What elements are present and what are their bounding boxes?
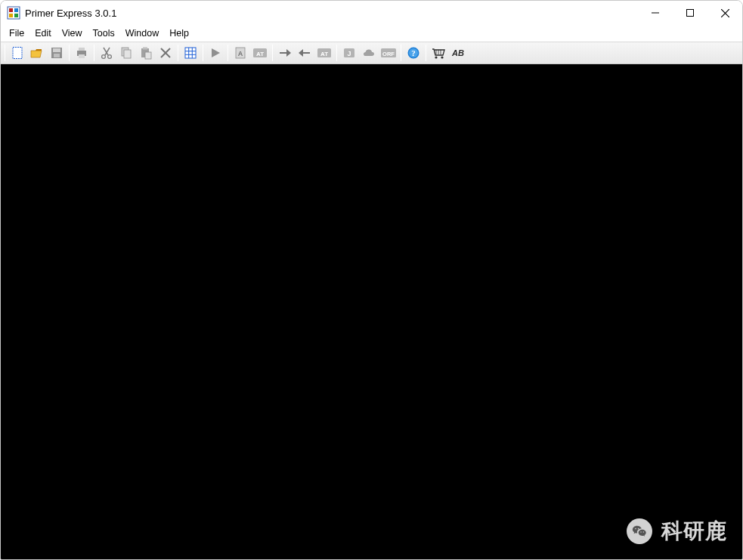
svg-marker-40 [299,49,303,57]
menu-tools[interactable]: Tools [88,26,120,40]
new-button[interactable] [8,43,27,63]
wechat-icon [627,518,652,544]
back-button[interactable] [295,43,314,63]
maximize-button[interactable] [673,1,707,25]
svg-rect-23 [143,48,147,50]
forward-button[interactable] [275,43,295,63]
run-button[interactable] [206,43,225,63]
badge-j-button[interactable]: J [339,43,359,63]
menu-view[interactable]: View [57,26,88,40]
svg-rect-1 [9,8,13,12]
svg-marker-38 [286,49,291,57]
grid-button[interactable] [181,43,200,63]
svg-point-54 [441,56,443,58]
menu-help[interactable]: Help [164,26,194,40]
toolbar-separator [272,45,273,61]
badge-at-button[interactable]: AT [250,43,270,63]
delete-button[interactable] [156,43,175,63]
badge-at2-button[interactable]: AT [314,43,334,63]
menu-bar: File Edit View Tools Window Help [1,25,742,42]
toolbar: A AT AT J ORF ? [1,42,742,64]
svg-text:AB: AB [451,48,464,57]
svg-rect-9 [13,48,22,59]
svg-rect-27 [185,48,196,58]
toolbar-separator [401,45,401,61]
badge-ab-button[interactable]: AB [448,43,468,63]
svg-rect-4 [14,14,18,17]
svg-rect-12 [54,54,60,57]
svg-text:AT: AT [256,51,264,57]
save-button[interactable] [47,43,67,63]
svg-text:?: ? [411,48,416,57]
minimize-button[interactable] [638,1,673,25]
watermark-text: 科研鹿 [661,517,727,546]
help-button[interactable]: ? [404,43,423,63]
toolbar-separator [94,45,94,61]
svg-rect-2 [14,8,18,12]
svg-rect-21 [124,50,131,58]
title-bar: Primer Express 3.0.1 [1,1,742,25]
svg-rect-15 [79,54,85,58]
svg-point-19 [108,55,112,59]
watermark: 科研鹿 [627,517,727,546]
svg-rect-3 [9,14,13,17]
svg-rect-14 [79,48,85,51]
close-button[interactable] [707,1,742,25]
svg-text:A: A [238,50,243,57]
open-button[interactable] [27,43,47,63]
app-icon [7,6,20,20]
toolbar-separator [426,45,426,61]
svg-rect-6 [687,10,694,17]
svg-text:ORF: ORF [382,51,395,57]
toolbar-separator [228,45,228,61]
cart-button[interactable] [429,43,448,63]
badge-orf-button[interactable]: ORF [379,43,398,63]
menu-edit[interactable]: Edit [29,26,57,40]
copy-button[interactable] [116,43,136,63]
paste-button[interactable] [136,43,156,63]
svg-point-53 [435,56,437,58]
svg-text:J: J [347,50,351,57]
cut-button[interactable] [97,43,116,63]
workspace: 科研鹿 [1,64,742,559]
menu-window[interactable]: Window [120,26,164,40]
toolbar-separator [69,45,70,61]
app-title: Primer Express 3.0.1 [25,8,116,19]
toolbar-separator [336,45,337,61]
toolbar-separator [5,45,5,61]
svg-rect-24 [145,52,151,59]
toolbar-separator [203,45,203,61]
print-button[interactable] [72,43,91,63]
svg-marker-32 [212,48,220,57]
svg-point-18 [102,55,106,59]
menu-file[interactable]: File [4,26,29,40]
cloud-button[interactable] [359,43,379,63]
svg-rect-11 [53,48,60,52]
svg-text:AT: AT [320,51,328,57]
toolbar-separator [178,45,178,61]
app-window: Primer Express 3.0.1 File Edit View Tool… [0,0,743,560]
doc-a-button[interactable]: A [231,43,250,63]
